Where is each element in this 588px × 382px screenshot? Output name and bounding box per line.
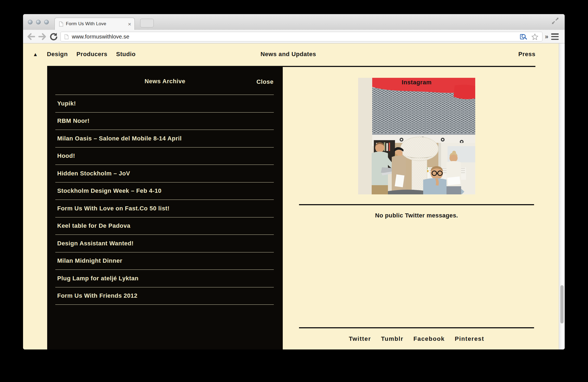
news-archive-item[interactable]: Milan Midnight Dinner (55, 252, 274, 270)
toolbar-overflow-icon[interactable]: » (545, 33, 548, 40)
twitter-status-message: No public Twitter messages. (299, 212, 534, 219)
news-archive-item[interactable]: Plug Lamp for ateljé Lyktan (55, 270, 274, 287)
social-link[interactable]: Twitter (349, 335, 371, 342)
nav-link[interactable]: Producers (76, 51, 107, 58)
new-tab-button[interactable] (140, 19, 154, 27)
fullscreen-icon[interactable] (551, 17, 559, 25)
browser-titlebar: Form Us With Love × (23, 14, 565, 30)
minimize-window-button[interactable] (36, 20, 41, 24)
nav-link-news-and-updates[interactable]: News and Updates (261, 51, 316, 58)
screenshot: Form Us With Love × (0, 0, 588, 382)
nav-link[interactable]: Design (47, 51, 68, 58)
social-link[interactable]: Tumblr (381, 335, 404, 342)
news-archive-list: Yupik! RBM Noor! Milan Oasis – Salone de… (55, 95, 274, 305)
close-button[interactable]: Close (256, 78, 274, 85)
find-in-page-icon[interactable] (520, 33, 527, 40)
browser-tab[interactable]: Form Us With Love × (54, 18, 135, 30)
scrollbar-thumb[interactable] (560, 285, 564, 323)
browser-toolbar: www.formuswithlove.se » (23, 30, 565, 43)
news-archive-item[interactable]: RBM Noor! (55, 113, 274, 130)
news-archive-item[interactable]: Milan Oasis – Salone del Mobile 8-14 Apr… (55, 130, 274, 147)
close-window-button[interactable] (28, 20, 33, 24)
menu-icon[interactable] (551, 33, 559, 40)
news-archive-item[interactable]: Keel table for De Padova (55, 217, 274, 235)
nav-link[interactable]: Studio (116, 51, 136, 58)
social-links: Twitter Tumblr Facebook Pinterest (299, 335, 534, 342)
news-archive-item[interactable]: Form Us With Friends 2012 (55, 287, 274, 305)
bookmark-star-icon[interactable] (531, 33, 538, 40)
browser-window: Form Us With Love × (23, 14, 565, 349)
news-archive-item[interactable]: Yupik! (55, 95, 274, 113)
page-icon (59, 21, 63, 27)
tab-title: Form Us With Love (66, 21, 128, 27)
news-archive-item[interactable]: Hidden Stockholm – JoV (55, 165, 274, 182)
tab-close-icon[interactable]: × (128, 21, 131, 27)
news-archive-item[interactable]: Form Us With Love on Fast.Co 50 list! (55, 200, 274, 217)
page-viewport: ▲ Design Producers Studio News and Updat… (23, 43, 565, 349)
news-archive-item[interactable]: Stockholm Design Week – Feb 4-10 (55, 182, 274, 200)
zoom-window-button[interactable] (44, 20, 49, 24)
main-nav: Design Producers Studio (47, 51, 136, 58)
office-photo-illustration (358, 78, 475, 194)
instagram-heading[interactable]: Instagram (358, 79, 475, 86)
back-button[interactable] (27, 32, 36, 41)
page-scrollbar[interactable] (559, 43, 565, 349)
social-link[interactable]: Pinterest (455, 335, 484, 342)
social-link[interactable]: Facebook (413, 335, 445, 342)
news-archive-title: News Archive (47, 78, 283, 85)
window-controls (28, 20, 49, 24)
news-archive-item[interactable]: Hood! (55, 147, 274, 165)
reload-button[interactable] (49, 32, 58, 41)
forward-button[interactable] (38, 32, 47, 41)
news-archive-panel: News Archive Close Yupik! RBM Noor! Mila… (47, 67, 283, 349)
news-archive-item[interactable]: Design Assistant Wanted! (55, 235, 274, 252)
address-bar[interactable]: www.formuswithlove.se (60, 32, 542, 41)
home-triangle-link[interactable]: ▲ (33, 52, 38, 57)
page-icon (65, 34, 69, 39)
feed-divider (299, 204, 534, 205)
url-text: www.formuswithlove.se (72, 34, 520, 40)
instagram-photo[interactable] (358, 78, 475, 194)
nav-link-press[interactable]: Press (518, 51, 535, 58)
feed-divider (299, 327, 534, 328)
